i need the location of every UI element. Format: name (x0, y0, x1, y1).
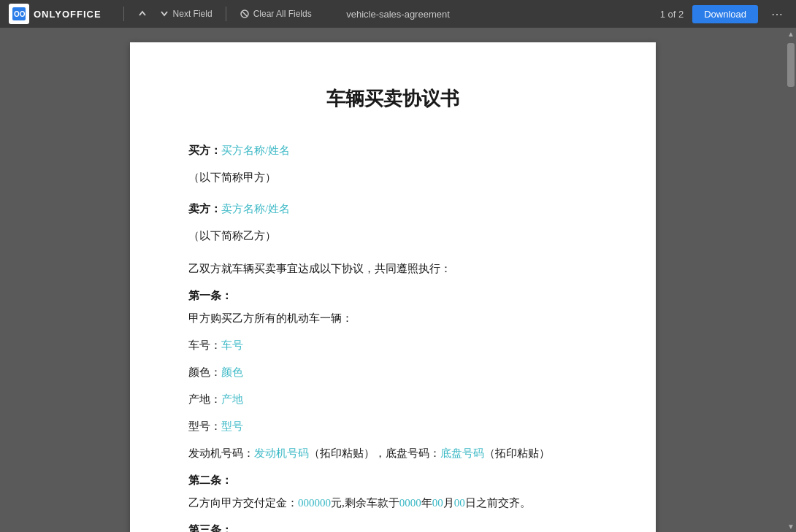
buyer-section: 买方：买方名称/姓名 (188, 141, 597, 161)
model-field[interactable]: 型号 (221, 420, 243, 432)
article2-text5: 日之前交齐。 (465, 497, 531, 509)
engine-label: 发动机号码： (188, 447, 254, 459)
scrollbar-track[interactable] (786, 39, 796, 520)
article3-heading: 第三条： (188, 523, 597, 532)
toolbar-right: 1 of 2 Download ⋯ (660, 4, 787, 24)
buyer-label: 买方： (188, 144, 221, 156)
logo: OO ONLYOFFICE (9, 4, 102, 24)
down-arrow-icon (159, 9, 169, 19)
download-button[interactable]: Download (692, 5, 758, 23)
more-dots-icon: ⋯ (771, 8, 783, 20)
color-line: 颜色：颜色 (188, 363, 597, 382)
car-no-label: 车号： (188, 339, 221, 351)
more-options-button[interactable]: ⋯ (767, 4, 787, 24)
origin-line: 产地：产地 (188, 390, 597, 409)
document-page: 车辆买卖协议书 买方：买方名称/姓名 （以下简称甲方） 卖方：卖方名称/姓名 （… (130, 42, 656, 532)
article2-line: 乙方向甲方交付定金：000000元,剩余车款于0000年00月00日之前交齐。 (188, 493, 597, 513)
clear-all-label: Clear All Fields (253, 9, 312, 19)
scrollbar[interactable]: ▲ ▼ (786, 28, 796, 532)
next-field-label: Next Field (173, 9, 213, 19)
chassis-note: （拓印粘贴） (484, 447, 550, 459)
buyer-note: （以下简称甲方） (188, 168, 597, 188)
origin-field[interactable]: 产地 (221, 393, 243, 405)
article1-text: 甲方购买乙方所有的机动车一辆： (188, 309, 597, 328)
model-label: 型号： (188, 420, 221, 432)
buyer-field[interactable]: 买方名称/姓名 (221, 144, 290, 156)
article1-heading: 第一条： (188, 289, 597, 303)
engine-note: （拓印粘贴），底盘号码： (309, 447, 440, 459)
prev-field-button[interactable] (131, 6, 153, 22)
car-no-field[interactable]: 车号 (221, 339, 243, 351)
origin-label: 产地： (188, 393, 221, 405)
document-area[interactable]: 车辆买卖协议书 买方：买方名称/姓名 （以下简称甲方） 卖方：卖方名称/姓名 （… (0, 28, 786, 532)
seller-section: 卖方：卖方名称/姓名 (188, 199, 597, 219)
logo-text: ONLYOFFICE (34, 9, 102, 20)
toolbar-divider-2 (226, 7, 226, 21)
next-field-button[interactable]: Next Field (153, 6, 218, 22)
color-field[interactable]: 颜色 (221, 366, 243, 378)
main-area: 车辆买卖协议书 买方：买方名称/姓名 （以下简称甲方） 卖方：卖方名称/姓名 （… (0, 28, 796, 532)
seller-label: 卖方： (188, 203, 221, 215)
car-no-line: 车号：车号 (188, 336, 597, 355)
scrollbar-up-arrow[interactable]: ▲ (786, 28, 796, 39)
document-title: 车辆买卖协议书 (188, 86, 597, 112)
toolbar-divider-1 (123, 7, 124, 21)
article2-text4: 月 (443, 497, 454, 509)
svg-line-3 (242, 12, 247, 16)
seller-note: （以下简称乙方） (188, 226, 597, 246)
amount-field[interactable]: 000000 (298, 497, 331, 509)
clear-icon (240, 9, 250, 19)
article2-text2: 元,剩余车款于 (331, 497, 399, 509)
clear-all-button[interactable]: Clear All Fields (234, 6, 318, 22)
model-line: 型号：型号 (188, 417, 597, 436)
month-field[interactable]: 00 (432, 497, 443, 509)
svg-text:OO: OO (14, 10, 26, 18)
article2-text3: 年 (421, 497, 432, 509)
engine-line: 发动机号码：发动机号码（拓印粘贴），底盘号码：底盘号码（拓印粘贴） (188, 444, 597, 463)
engine-field[interactable]: 发动机号码 (254, 447, 309, 459)
year-field[interactable]: 0000 (399, 497, 421, 509)
article2-heading: 第二条： (188, 474, 597, 487)
up-arrow-icon (137, 9, 148, 19)
page-counter: 1 of 2 (660, 9, 684, 20)
day-field[interactable]: 00 (454, 497, 465, 509)
logo-icon: OO (9, 4, 29, 24)
doc-filename: vehicle-sales-agreement (346, 9, 450, 20)
scrollbar-thumb[interactable] (787, 43, 795, 87)
chassis-field[interactable]: 底盘号码 (440, 447, 484, 459)
color-label: 颜色： (188, 366, 221, 378)
article2-text1: 乙方向甲方交付定金： (188, 497, 298, 509)
seller-field[interactable]: 卖方名称/姓名 (221, 203, 290, 215)
intro-text: 乙双方就车辆买卖事宜达成以下协议，共同遵照执行： (188, 259, 597, 279)
toolbar: OO ONLYOFFICE Next Field Clear All Field… (0, 0, 796, 28)
scrollbar-down-arrow[interactable]: ▼ (786, 520, 796, 532)
